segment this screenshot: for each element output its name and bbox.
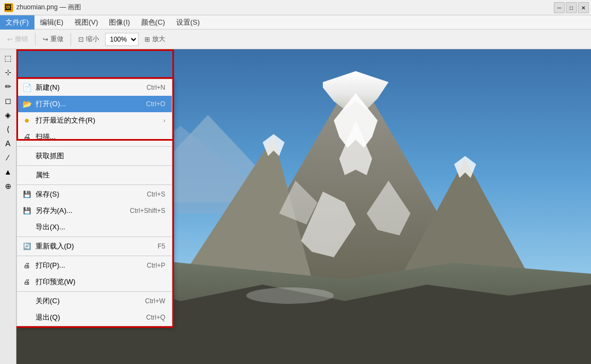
tool-line[interactable]: ∕: [2, 151, 15, 164]
undo-button[interactable]: ↩ 撤销: [2, 32, 33, 47]
new-file-icon: 📄: [21, 82, 32, 93]
tool-fill[interactable]: ◈: [2, 108, 15, 122]
main-area: ⬚ ⊹ ✏ ◻ ◈ ⟨ A ∕ ▲ ⊕: [0, 49, 591, 364]
print-icon: 🖨: [21, 260, 32, 271]
tool-lasso[interactable]: ⊹: [2, 66, 15, 79]
zoom-in-icon: ⊞: [144, 36, 150, 43]
export-icon: [21, 222, 32, 233]
tool-text[interactable]: A: [2, 137, 15, 150]
separator-2: [17, 165, 172, 166]
window-title: zhuomian.png — 画图: [16, 3, 81, 12]
menu-item-close[interactable]: 关闭(C) Ctrl+W: [17, 293, 172, 309]
print-preview-icon: 🖨: [21, 276, 32, 287]
canvas-area: 📄 新建(N) Ctrl+N 📂 打开(O)... Ctrl+O ● 打开最近的…: [16, 49, 591, 364]
tool-crop[interactable]: ⟨: [2, 123, 15, 136]
menu-item-export[interactable]: 导出(X)...: [17, 219, 172, 235]
menu-item-reload[interactable]: 🔄 重新载入(D) F5: [17, 238, 172, 255]
svg-point-17: [246, 287, 334, 304]
titlebar: 🖼 zhuomian.png — 画图 ─ □ ✕: [0, 0, 591, 15]
separator-4: [17, 236, 172, 237]
menu-item-print-preview[interactable]: 🖨 打印预览(W): [17, 274, 172, 290]
app-icon: 🖼: [4, 3, 13, 12]
menu-item-scan[interactable]: 🖨 扫描...: [17, 129, 172, 145]
menu-item-quit[interactable]: 退出(Q) Ctrl+Q: [17, 309, 172, 326]
separator-3: [17, 184, 172, 185]
menu-item-properties[interactable]: 属性: [17, 167, 172, 183]
separator-6: [17, 291, 172, 292]
menu-image[interactable]: 图像(I): [103, 15, 135, 30]
menu-item-save-as[interactable]: 💾 另存为(A)... Ctrl+Shift+S: [17, 203, 172, 219]
minimize-button[interactable]: ─: [554, 2, 565, 13]
tool-pencil[interactable]: ✏: [2, 80, 15, 93]
menu-item-capture[interactable]: 获取抓图: [17, 148, 172, 164]
redo-icon: ↪: [43, 36, 48, 43]
zoom-out-button[interactable]: ⊡ 缩小: [73, 32, 104, 47]
undo-icon: ↩: [7, 36, 13, 43]
menu-item-print[interactable]: 🖨 打印(P)... Ctrl+P: [17, 257, 172, 274]
toolbar: ↩ 撤销 ↪ 重做 ⊡ 缩小 100% ⊞ 放大: [0, 30, 591, 49]
tool-rect[interactable]: ◻: [2, 94, 15, 107]
menu-file[interactable]: 文件(F): [0, 15, 34, 30]
maximize-button[interactable]: □: [566, 2, 577, 13]
toolbar-separator-1: [35, 33, 36, 46]
window-controls: ─ □ ✕: [554, 2, 589, 13]
capture-icon: [21, 151, 32, 161]
submenu-arrow: ›: [164, 118, 165, 124]
tool-select[interactable]: ⬚: [2, 51, 15, 65]
separator-5: [17, 256, 172, 256]
menu-color[interactable]: 颜色(C): [136, 15, 171, 30]
zoom-select[interactable]: 100%: [105, 33, 138, 46]
zoom-in-button[interactable]: ⊞ 放大: [140, 32, 170, 47]
menu-item-save[interactable]: 💾 保存(S) Ctrl+S: [17, 186, 172, 203]
zoom-out-icon: ⊡: [78, 36, 84, 43]
save-as-icon: 💾: [21, 205, 32, 216]
recent-files-icon: ●: [21, 115, 32, 126]
menu-item-new[interactable]: 📄 新建(N) Ctrl+N: [17, 79, 172, 96]
menu-edit[interactable]: 编辑(E): [34, 15, 69, 30]
properties-icon: [21, 170, 32, 181]
toolbar-separator-2: [71, 33, 71, 46]
close-doc-icon: [21, 296, 32, 307]
menu-item-open-recent[interactable]: ● 打开最近的文件(R) ›: [17, 112, 172, 129]
save-icon: 💾: [21, 189, 32, 200]
open-file-icon: 📂: [21, 99, 32, 109]
tool-triangle[interactable]: ▲: [2, 165, 15, 178]
file-dropdown-menu: 📄 新建(N) Ctrl+N 📂 打开(O)... Ctrl+O ● 打开最近的…: [16, 79, 172, 326]
toolbox: ⬚ ⊹ ✏ ◻ ◈ ⟨ A ∕ ▲ ⊕: [0, 49, 16, 364]
menubar: 文件(F) 编辑(E) 视图(V) 图像(I) 颜色(C) 设置(S): [0, 15, 591, 30]
quit-icon: [21, 312, 32, 323]
separator-1: [17, 146, 172, 147]
menu-view[interactable]: 视图(V): [69, 15, 103, 30]
scan-icon: 🖨: [21, 131, 32, 142]
reload-icon: 🔄: [21, 241, 32, 252]
menu-settings[interactable]: 设置(S): [171, 15, 205, 30]
menu-item-open[interactable]: 📂 打开(O)... Ctrl+O: [17, 96, 172, 112]
close-button[interactable]: ✕: [578, 2, 589, 13]
redo-button[interactable]: ↪ 重做: [38, 32, 68, 47]
tool-zoom[interactable]: ⊕: [2, 180, 15, 193]
